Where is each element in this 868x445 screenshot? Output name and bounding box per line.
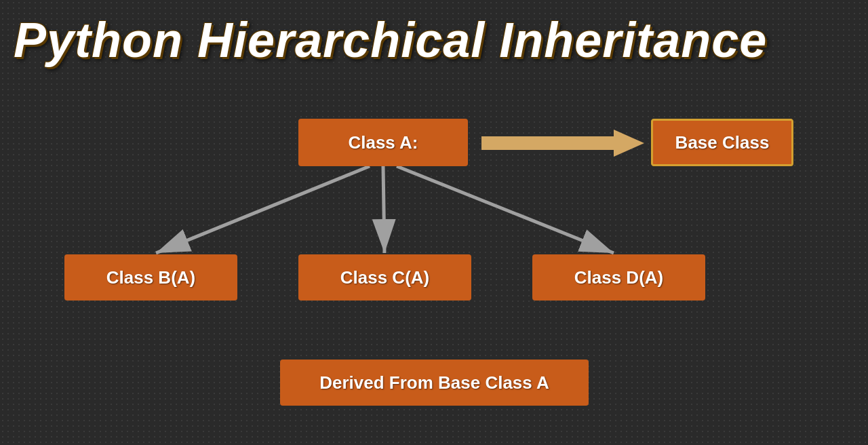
class-c-box: Class C(A) [298,254,471,301]
right-arrow-icon [481,130,644,157]
base-class-box: Base Class [651,119,793,166]
class-b-box: Class B(A) [64,254,237,301]
svg-line-1 [156,166,370,253]
page-title: Python Hierarchical Inheritance [14,12,854,68]
class-a-box: Class A: [298,119,468,166]
class-d-box: Class D(A) [532,254,705,301]
svg-line-3 [397,166,614,253]
svg-marker-4 [481,130,644,157]
svg-line-2 [383,166,384,253]
derived-label-box: Derived From Base Class A [280,360,589,406]
